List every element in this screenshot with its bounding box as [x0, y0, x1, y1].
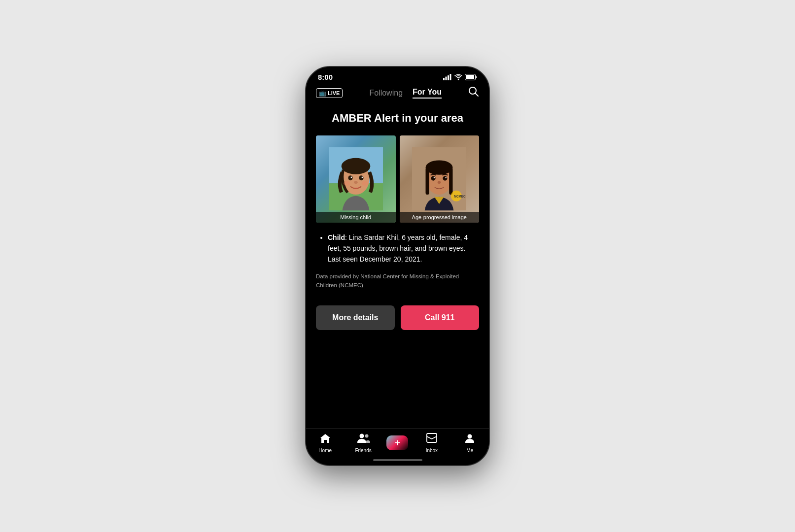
svg-point-16 — [361, 177, 363, 178]
friends-icon — [356, 432, 370, 446]
svg-point-18 — [344, 181, 350, 186]
tab-for-you[interactable]: For You — [413, 88, 442, 99]
home-label: Home — [318, 448, 332, 453]
phone-screen: 8:00 — [306, 67, 489, 465]
svg-point-28 — [446, 177, 447, 178]
phone-frame: 8:00 — [305, 66, 490, 466]
status-bar: 8:00 — [306, 67, 489, 83]
missing-child-photo: Missing child — [316, 135, 396, 223]
tv-icon: 📺 — [319, 90, 326, 97]
child-description: : Lina Sardar Khil, 6 years old, female,… — [328, 233, 468, 263]
child-label: Child — [328, 233, 345, 241]
more-details-button[interactable]: More details — [316, 305, 395, 330]
inbox-icon — [426, 432, 438, 446]
svg-point-32 — [360, 434, 364, 438]
tab-following[interactable]: Following — [369, 89, 403, 98]
live-button[interactable]: 📺 LIVE — [316, 88, 343, 98]
status-time: 8:00 — [318, 73, 333, 81]
plus-icon: + — [395, 437, 401, 449]
child-info-list: Child: Lina Sardar Khil, 6 years old, fe… — [316, 233, 479, 265]
data-source: Data provided by National Center for Mis… — [316, 272, 479, 290]
svg-point-13 — [348, 176, 352, 181]
svg-rect-24 — [449, 167, 452, 195]
svg-point-22 — [426, 161, 453, 175]
main-content: AMBER Alert in your area — [306, 103, 489, 428]
home-icon — [319, 432, 331, 446]
me-icon — [464, 432, 475, 446]
child-photo-bg — [316, 135, 396, 223]
search-icon[interactable] — [468, 86, 479, 100]
nav-item-home[interactable]: Home — [311, 432, 340, 453]
svg-rect-3 — [450, 74, 451, 80]
svg-rect-1 — [446, 77, 447, 81]
bottom-nav: Home Friends + — [306, 428, 489, 455]
svg-rect-34 — [427, 433, 437, 442]
svg-point-19 — [362, 181, 368, 186]
photo1-caption: Missing child — [316, 212, 396, 223]
home-bar — [373, 459, 422, 461]
svg-rect-0 — [443, 78, 445, 80]
svg-point-14 — [359, 176, 363, 181]
svg-point-4 — [458, 79, 459, 80]
svg-rect-23 — [426, 167, 429, 195]
svg-point-26 — [443, 176, 448, 181]
inbox-label: Inbox — [426, 448, 438, 453]
photo-grid: Missing child — [316, 135, 479, 223]
wifi-icon — [454, 74, 462, 80]
aged-photo-bg: NCMEC — [400, 135, 480, 223]
nav-bar: 📺 LIVE Following For You — [306, 83, 489, 103]
create-button[interactable]: + — [386, 435, 408, 450]
svg-point-35 — [468, 434, 472, 439]
battery-icon — [465, 74, 477, 80]
home-indicator — [306, 455, 489, 465]
me-label: Me — [466, 448, 473, 453]
signal-icon — [443, 74, 452, 80]
friends-label: Friends — [355, 448, 371, 453]
call-911-button[interactable]: Call 911 — [401, 305, 480, 330]
svg-rect-6 — [466, 75, 474, 79]
svg-point-17 — [354, 181, 357, 184]
svg-point-15 — [350, 177, 352, 178]
svg-text:NCMEC: NCMEC — [454, 195, 466, 199]
svg-point-33 — [365, 434, 369, 438]
svg-point-12 — [341, 158, 370, 174]
status-icons — [443, 74, 477, 80]
svg-rect-2 — [448, 75, 449, 80]
nav-item-me[interactable]: Me — [455, 432, 484, 453]
svg-line-8 — [475, 94, 478, 97]
nav-item-inbox[interactable]: Inbox — [417, 432, 447, 453]
live-label: LIVE — [328, 90, 340, 96]
nav-item-friends[interactable]: Friends — [348, 432, 378, 453]
child-info-item: Child: Lina Sardar Khil, 6 years old, fe… — [328, 233, 479, 265]
svg-point-27 — [434, 177, 435, 178]
action-buttons: More details Call 911 — [316, 305, 479, 330]
aged-photo: NCMEC Age-progressed image — [400, 135, 480, 223]
photo2-caption: Age-progressed image — [400, 212, 480, 223]
svg-point-29 — [438, 181, 441, 184]
svg-point-25 — [431, 176, 436, 181]
alert-title: AMBER Alert in your area — [316, 111, 479, 126]
nav-tabs: Following For You — [369, 88, 442, 99]
